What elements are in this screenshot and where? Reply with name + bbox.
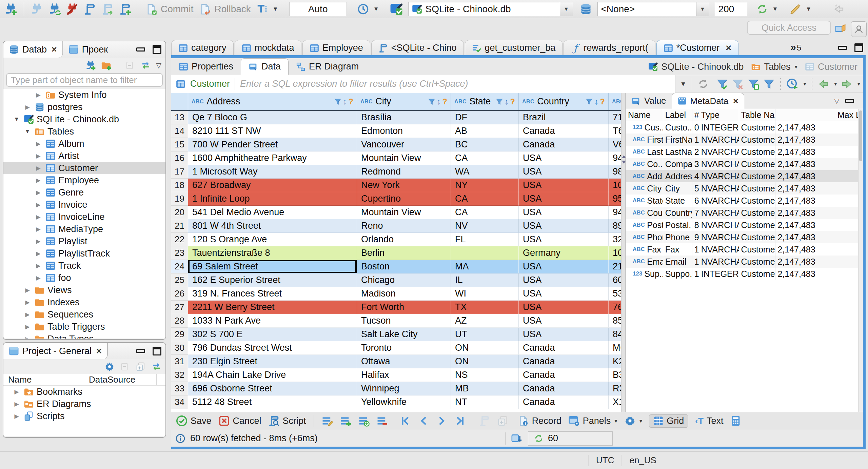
close-icon[interactable]: × [52, 44, 57, 55]
scrollbar-thumb[interactable] [859, 110, 862, 161]
grid-cell[interactable]: BC [451, 138, 519, 151]
metadata-name-cell[interactable]: ABCLast... [626, 146, 663, 158]
row-number[interactable]: 27 [171, 301, 188, 314]
metadata-cell[interactable]: NVARCHAR [699, 170, 739, 182]
grid-cell[interactable]: 76 [609, 301, 621, 314]
fetch-forward-icon[interactable] [841, 78, 852, 90]
metadata-cell[interactable]: NVARCHAR [699, 243, 739, 256]
grid-cell[interactable]: Canada [519, 124, 609, 138]
metadata-column-item[interactable]: # [692, 109, 699, 121]
quick-access-box[interactable]: Quick Access [747, 21, 831, 35]
metadata-cell[interactable]: 2,147,483 [775, 207, 863, 219]
grid-cell[interactable]: Brazil [519, 111, 609, 124]
chevron-collapsed-icon[interactable]: ▶ [34, 274, 43, 282]
chevron-collapsed-icon[interactable]: ▶ [23, 104, 32, 111]
grid-cell[interactable]: Cupertino [357, 192, 451, 206]
grid-cell[interactable]: AB [451, 124, 519, 138]
metadata-cell[interactable]: 5 [692, 182, 699, 195]
project-item-scripts[interactable]: ▶Scripts [3, 410, 165, 422]
editor-tab-get-customer-ba[interactable]: get_customer_ba [465, 40, 563, 56]
schema-dropdown-button[interactable]: ▼ [696, 2, 709, 16]
metadata-cell[interactable]: 6 [692, 195, 699, 207]
metadata-cell[interactable]: Customer [739, 207, 776, 219]
grid-cell[interactable]: Canada [519, 341, 609, 355]
metadata-cell[interactable]: 10 [692, 243, 699, 256]
row-number[interactable]: 22 [171, 233, 188, 246]
metadata-row-state[interactable]: ABCStateState6NVARCHARCustomer2,147,483 [626, 195, 863, 207]
auto-refresh-box[interactable]: 60 [528, 431, 613, 446]
chevron-down-icon[interactable]: ▾ [834, 80, 837, 87]
metadata-cell[interactable]: Phone [663, 231, 692, 243]
metadata-cell[interactable]: FirstNa... [663, 134, 692, 146]
metadata-cell[interactable]: INTEGER [699, 268, 739, 280]
metadata-column-type[interactable]: Type [699, 109, 739, 121]
metadata-cell[interactable]: 1 [692, 134, 699, 146]
editor-tab-mockdata[interactable]: mockdata [235, 40, 301, 56]
grid-cell[interactable]: T6 [609, 124, 621, 138]
panels-button[interactable]: Panels ▾ [568, 415, 617, 427]
metadata-cell[interactable]: 2,147,483 [775, 268, 863, 280]
quick-filter-icon[interactable]: ? [348, 97, 353, 106]
tab-project-general[interactable]: Project - General × [3, 343, 108, 359]
tab-properties[interactable]: Properties [171, 58, 241, 75]
filter-remove-icon[interactable] [732, 78, 744, 90]
metadata-row-custo[interactable]: 123Cus...Custo...0INTEGERCustomer2,147,4… [626, 121, 863, 134]
grid-cell[interactable]: USA [519, 260, 609, 273]
pin-result-icon[interactable] [511, 433, 522, 444]
tree-item-playlist[interactable]: ▶Playlist [3, 235, 165, 247]
grid-cell[interactable]: Edmonton [357, 124, 451, 138]
metadata-cell[interactable]: 2,147,483 [775, 219, 863, 231]
tree-item-mediatype[interactable]: ▶MediaType [3, 223, 165, 235]
grid-cell[interactable]: 21 [609, 260, 621, 273]
maximize-icon[interactable] [854, 43, 863, 52]
grid-cell[interactable]: Fort Worth [357, 301, 451, 314]
grid-cell[interactable]: WA [451, 165, 519, 179]
grid-cell[interactable]: USA [519, 192, 609, 206]
metadata-cell[interactable]: Customer [739, 231, 776, 243]
grid-cell[interactable]: USA [519, 287, 609, 301]
open-in-editor-icon[interactable] [479, 415, 490, 427]
auto-sync-button[interactable]: ▼ [756, 3, 778, 15]
grid-cell[interactable]: 801 W 4th Street [188, 219, 357, 233]
metadata-cell[interactable]: Country [663, 207, 692, 219]
metadata-cell[interactable]: Fax [663, 243, 692, 256]
metadata-name-cell[interactable]: ABCPost... [626, 219, 663, 231]
grid-cell[interactable]: Mountain View [357, 151, 451, 165]
grid-cell[interactable]: Canada [519, 395, 609, 409]
grid-cell[interactable]: 1600 Amphitheatre Parkway [188, 151, 357, 165]
open-perspective-icon[interactable] [835, 23, 846, 35]
tree-item-artist[interactable]: ▶Artist [3, 150, 165, 162]
grid-cell[interactable]: Halifax [357, 368, 451, 382]
gear-icon[interactable] [104, 362, 115, 372]
grid-cell[interactable]: 1 Infinite Loop [188, 192, 357, 206]
metadata-row-phone[interactable]: ABCPhonePhone9NVARCHARCustomer2,147,483 [626, 231, 863, 243]
fetch-back-icon[interactable] [818, 78, 829, 90]
metadata-name-cell[interactable]: 123Sup... [626, 268, 663, 280]
grid-cell[interactable]: 94 [609, 151, 621, 165]
link-with-editor-icon[interactable] [141, 60, 151, 70]
tab-metadata[interactable]: MetaData × [672, 93, 744, 109]
filter-custom-icon[interactable] [763, 78, 775, 90]
column-header-country[interactable]: ABCCountry↕? [519, 93, 609, 110]
grid-cell[interactable]: USA [519, 165, 609, 179]
connection-combo[interactable]: SQLite - Chinook.db ▼ [408, 2, 573, 16]
project-item-er-diagrams[interactable]: ▶ER Diagrams [3, 398, 165, 410]
grid-cell[interactable]: 627 Broadway [188, 179, 357, 192]
metadata-cell[interactable]: Customer [739, 158, 776, 170]
grid-cell[interactable]: Redmond [357, 165, 451, 179]
metadata-row-lastna[interactable]: ABCLast...LastNa...2NVARCHARCustomer2,14… [626, 146, 863, 158]
metadata-cell[interactable]: Customer [739, 146, 776, 158]
metadata-cell[interactable]: 8 [692, 219, 699, 231]
metadata-name-cell[interactable]: ABCEmail [626, 256, 663, 268]
chevron-expanded-icon[interactable]: ▼ [12, 116, 21, 123]
chevron-collapsed-icon[interactable]: ▶ [23, 335, 32, 339]
maximize-icon[interactable] [153, 347, 161, 355]
metadata-cell[interactable]: 2,147,483 [775, 134, 863, 146]
row-number[interactable]: 21 [171, 219, 188, 233]
new-connection-icon[interactable] [5, 3, 17, 15]
row-number[interactable]: 20 [171, 206, 188, 219]
grid-cell[interactable]: MA [451, 260, 519, 273]
grid-cell[interactable]: B3 [609, 368, 621, 382]
tree-item-album[interactable]: ▶Album [3, 138, 165, 150]
grid-view-button[interactable]: Grid [649, 414, 688, 428]
